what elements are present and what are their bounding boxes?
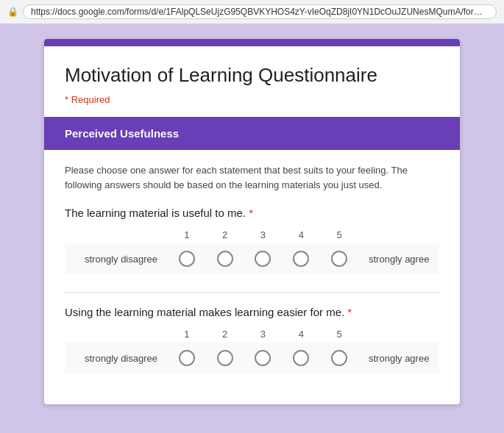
browser-bar: 🔒 https://docs.google.com/forms/d/e/1FAl…	[0, 0, 504, 24]
strongly-disagree-label-1: strongly disagree	[65, 254, 168, 265]
divider	[65, 292, 439, 293]
page-wrapper: Motivation of Learning Questionnaire * R…	[0, 24, 504, 432]
question-label-2: Using the learning material makes learni…	[65, 306, 439, 318]
question-block-1: The learning material is useful to me. *…	[65, 207, 439, 274]
form-body: Please choose one answer for each statem…	[44, 150, 460, 404]
scale-num-1-1: 1	[174, 229, 200, 240]
scale-options-row-2: strongly disagree strongly agree	[65, 343, 439, 373]
scale-num-2-4: 4	[288, 329, 314, 340]
scale-numbers-row-1: 1 2 3 4 5	[65, 229, 439, 240]
lock-icon: 🔒	[7, 7, 18, 17]
required-star-1: *	[249, 207, 253, 219]
radio-2-2[interactable]	[217, 350, 233, 366]
radio-1-3[interactable]	[255, 251, 271, 267]
form-title: Motivation of Learning Questionnaire	[65, 64, 439, 87]
section-title: Perceived Usefulness	[65, 127, 439, 140]
radio-2-3[interactable]	[255, 350, 271, 366]
radio-2-1[interactable]	[179, 350, 195, 366]
instruction-text: Please choose one answer for each statem…	[65, 163, 439, 192]
question-label-1: The learning material is useful to me. *	[65, 207, 439, 219]
radio-options-1	[168, 251, 358, 267]
scale-num-2-2: 2	[212, 329, 238, 340]
question-block-2: Using the learning material makes learni…	[65, 306, 439, 373]
scale-numbers-2: 1 2 3 4 5	[168, 329, 358, 340]
radio-2-4[interactable]	[293, 350, 309, 366]
radio-options-2	[168, 350, 358, 366]
section-header: Perceived Usefulness	[44, 117, 460, 150]
scale-options-row-1: strongly disagree strongly agree	[65, 243, 439, 274]
strongly-agree-label-1: strongly agree	[358, 254, 439, 265]
radio-1-2[interactable]	[217, 251, 233, 267]
scale-num-2-1: 1	[174, 329, 200, 340]
scale-num-1-3: 3	[249, 229, 276, 240]
required-note: * Required	[65, 94, 439, 105]
scale-num-2-3: 3	[249, 329, 276, 340]
strongly-agree-label-2: strongly agree	[358, 353, 439, 364]
form-card: Motivation of Learning Questionnaire * R…	[44, 39, 460, 404]
radio-1-1[interactable]	[179, 251, 195, 267]
url-bar[interactable]: https://docs.google.com/forms/d/e/1FAlpQ…	[23, 4, 497, 19]
radio-2-5[interactable]	[331, 350, 347, 366]
required-star-2: *	[347, 306, 352, 318]
radio-1-4[interactable]	[293, 251, 309, 267]
scale-num-1-2: 2	[212, 229, 238, 240]
scale-numbers-1: 1 2 3 4 5	[168, 229, 358, 240]
form-header: Motivation of Learning Questionnaire * R…	[44, 39, 460, 117]
radio-1-5[interactable]	[331, 251, 347, 267]
scale-num-1-5: 5	[326, 229, 352, 240]
strongly-disagree-label-2: strongly disagree	[65, 353, 168, 364]
scale-num-1-4: 4	[288, 229, 314, 240]
scale-numbers-row-2: 1 2 3 4 5	[65, 329, 439, 340]
scale-num-2-5: 5	[326, 329, 352, 340]
